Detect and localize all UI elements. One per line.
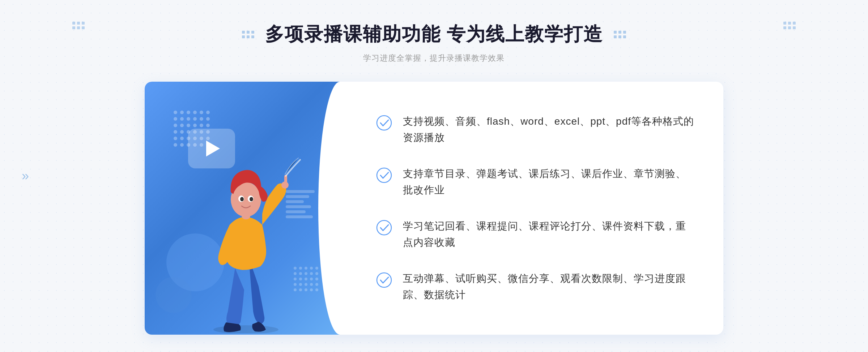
- right-decorator: [783, 22, 796, 29]
- svg-point-5: [240, 197, 244, 201]
- check-circle-icon-1: [376, 115, 392, 131]
- header-section: 多项录播课辅助功能 专为线上教学打造 学习进度全掌握，提升录播课教学效果: [242, 22, 626, 64]
- left-decorator: [72, 22, 85, 29]
- svg-point-12: [377, 273, 391, 287]
- check-circle-icon-4: [376, 272, 392, 288]
- check-circle-icon-3: [376, 220, 392, 236]
- feature-item-4: 互动弹幕、试听购买、微信分享、观看次数限制、学习进度跟踪、数据统计: [376, 271, 694, 303]
- right-header-dots: [614, 31, 626, 38]
- illustration-area: [145, 82, 347, 335]
- svg-point-10: [377, 168, 391, 183]
- figure-illustration: [188, 145, 304, 335]
- check-circle-icon-2: [376, 167, 392, 183]
- main-title: 多项录播课辅助功能 专为线上教学打造: [265, 22, 603, 47]
- left-arrows: »: [22, 169, 29, 183]
- left-header-dots: [242, 31, 254, 38]
- feature-text-1: 支持视频、音频、flash、word、excel、ppt、pdf等各种格式的资源…: [403, 113, 694, 146]
- svg-point-11: [377, 220, 391, 235]
- feature-item-1: 支持视频、音频、flash、word、excel、ppt、pdf等各种格式的资源…: [376, 113, 694, 146]
- feature-text-4: 互动弹幕、试听购买、微信分享、观看次数限制、学习进度跟踪、数据统计: [403, 271, 694, 303]
- decoration-circle-small: [156, 277, 192, 313]
- feature-item-2: 支持章节目录、弹题考试、课后练习、课后作业、章节测验、批改作业: [376, 166, 694, 198]
- feature-text-2: 支持章节目录、弹题考试、课后练习、课后作业、章节测验、批改作业: [403, 166, 694, 198]
- feature-text-3: 学习笔记回看、课程提问、课程评论打分、课件资料下载，重点内容收藏: [403, 218, 694, 251]
- sub-title: 学习进度全掌握，提升录播课教学效果: [242, 53, 626, 64]
- page-wrapper: 多项录播课辅助功能 专为线上教学打造 学习进度全掌握，提升录播课教学效果: [0, 0, 868, 352]
- feature-item-3: 学习笔记回看、课程提问、课程评论打分、课件资料下载，重点内容收藏: [376, 218, 694, 251]
- arrows-left-icon: »: [22, 169, 29, 183]
- main-content-card: 支持视频、音频、flash、word、excel、ppt、pdf等各种格式的资源…: [145, 82, 723, 335]
- svg-point-6: [250, 197, 253, 201]
- features-area: 支持视频、音频、flash、word、excel、ppt、pdf等各种格式的资源…: [347, 82, 723, 335]
- svg-point-0: [213, 325, 278, 333]
- svg-point-9: [377, 116, 391, 130]
